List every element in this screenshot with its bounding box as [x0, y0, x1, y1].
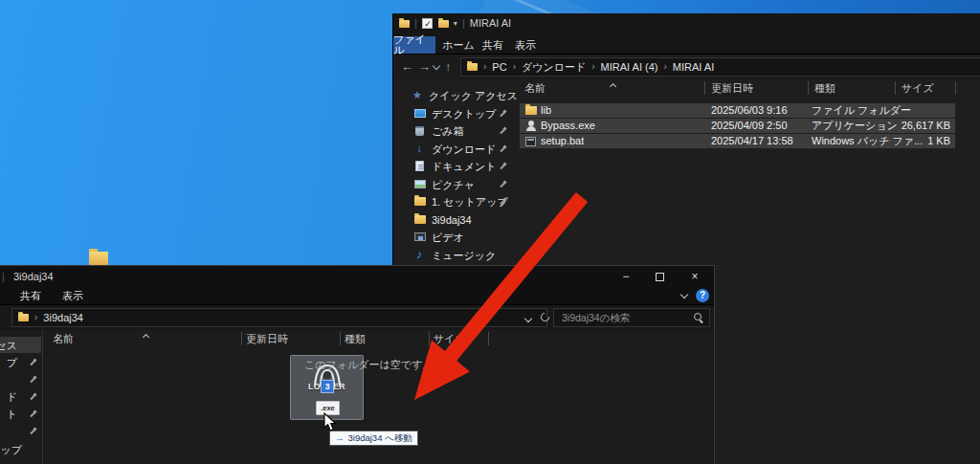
- pin-icon: [499, 162, 507, 170]
- breadcrumb-folder-icon: [18, 314, 29, 321]
- address-bar-row: › 3i9daj34: [0, 305, 714, 330]
- breadcrumb-item-downloads[interactable]: ダウンロード: [522, 62, 586, 73]
- column-header-date[interactable]: 更新日時: [711, 83, 753, 94]
- breadcrumb-separator: ›: [34, 313, 37, 322]
- address-dropdown-chevron-icon[interactable]: [524, 315, 532, 322]
- pin-icon: [29, 427, 37, 435]
- breadcrumb-separator: ›: [483, 62, 486, 72]
- titlebar[interactable]: ▾ MIRAI AI: [393, 13, 980, 36]
- maximize-button[interactable]: [645, 266, 674, 287]
- document-icon: [415, 161, 424, 171]
- sidebar-item-downloads[interactable]: ダウンロード: [393, 142, 518, 158]
- refresh-icon[interactable]: [539, 311, 551, 323]
- drag-tooltip-text: 3i9daj34 へ移動: [348, 432, 412, 443]
- folder-icon: [414, 215, 426, 224]
- tab-file[interactable]: ファイル: [393, 36, 435, 54]
- file-row-setup-bat[interactable]: setup.bat 2025/04/17 13:58 Windows バッチ フ…: [520, 134, 955, 148]
- sidebar-item-downloads[interactable]: ド: [0, 388, 41, 405]
- address-field[interactable]: › PC › ダウンロード › MIRAI AI (4) › MIRAI AI: [460, 57, 980, 77]
- back-icon[interactable]: ←: [401, 60, 413, 73]
- drag-ghost: LOADER 3 .exe: [290, 355, 364, 420]
- sidebar-item-documents[interactable]: ト: [0, 406, 41, 422]
- sidebar-item-setup[interactable]: アップ: [0, 441, 41, 457]
- ribbon-tab-bar: 共有 表示 ?: [0, 287, 714, 305]
- pin-icon: [499, 180, 507, 188]
- folder-icon: [525, 106, 537, 115]
- tab-view[interactable]: 表示: [56, 287, 90, 304]
- folder-icon: [414, 197, 426, 206]
- search-box[interactable]: [553, 308, 710, 327]
- file-list-header: 名前 更新日時 種類 サイズ: [43, 330, 714, 347]
- forward-icon[interactable]: →: [418, 60, 431, 73]
- checkmark-file-icon[interactable]: [422, 18, 433, 29]
- sidebar-item-quick-access[interactable]: クイック アクセス: [393, 88, 518, 104]
- window-title: MIRAI AI: [470, 18, 511, 29]
- sidebar-item-3i9daj34[interactable]: 3i9daj34: [393, 212, 518, 229]
- recent-locations-chevron-icon[interactable]: [433, 62, 440, 70]
- hooded-user-icon: [525, 121, 536, 131]
- sidebar-item-pictures[interactable]: [0, 423, 41, 439]
- breadcrumb-item-pc[interactable]: PC: [492, 62, 506, 73]
- search-icon: [694, 313, 703, 322]
- star-icon: [412, 90, 424, 101]
- sidebar-item-documents[interactable]: ドキュメント: [393, 159, 518, 175]
- sidebar-item-desktop[interactable]: デスクトップ: [393, 106, 518, 122]
- file-row-bypass-exe[interactable]: Bypass.exe 2025/04/09 2:50 アプリケーション 26,6…: [520, 119, 955, 133]
- tab-view[interactable]: 表示: [510, 36, 541, 54]
- titlebar[interactable]: 3i9daj34 − ×: [0, 266, 714, 287]
- breadcrumb-folder-icon: [467, 63, 478, 71]
- breadcrumb-item-mirai-ai-4[interactable]: MIRAI AI (4): [601, 62, 658, 73]
- file-row-lib[interactable]: lib 2025/06/03 9:16 ファイル フォルダー: [520, 103, 955, 118]
- qat-dropdown-arrow-icon[interactable]: ▾: [454, 20, 457, 28]
- download-icon: [414, 144, 426, 155]
- sidebar-item-pictures[interactable]: ピクチャ: [393, 177, 518, 193]
- recycle-bin-icon: [415, 126, 424, 136]
- sidebar-item-quick-access[interactable]: クセス: [0, 337, 41, 353]
- search-input[interactable]: [560, 311, 684, 324]
- maximize-icon: [656, 273, 664, 281]
- separator: [2, 272, 5, 282]
- breadcrumb-separator: ›: [664, 62, 667, 72]
- column-header-name[interactable]: 名前: [524, 83, 546, 94]
- column-header-date[interactable]: 更新日時: [246, 334, 288, 344]
- column-header-size[interactable]: サイズ: [434, 334, 466, 344]
- help-icon[interactable]: ?: [696, 289, 709, 302]
- move-arrow-icon: →: [335, 432, 345, 443]
- tab-share[interactable]: 共有: [478, 36, 508, 54]
- breadcrumb-separator: ›: [591, 62, 594, 72]
- sort-chevron-icon: [143, 334, 149, 341]
- breadcrumb-item-mirai-ai[interactable]: MIRAI AI: [673, 62, 714, 73]
- sidebar-item-music[interactable]: ミュージック: [393, 248, 518, 264]
- breadcrumb-item-3i9daj34[interactable]: 3i9daj34: [43, 313, 83, 323]
- sidebar-item-videos[interactable]: ビデオ: [393, 230, 518, 246]
- breadcrumb-separator: ›: [513, 62, 516, 72]
- sidebar-divider: [42, 330, 43, 464]
- sidebar-item-recycle-bin[interactable]: ごみ箱: [393, 123, 518, 140]
- ribbon-tab-bar: ファイル ホーム 共有 表示: [393, 36, 980, 55]
- drag-count-badge: 3: [321, 380, 334, 393]
- sidebar-item-recycle-bin[interactable]: [0, 371, 41, 387]
- sidebar-item-setup[interactable]: 1. セットアップ: [393, 194, 518, 210]
- folder-icon: [438, 20, 449, 28]
- address-field[interactable]: › 3i9daj34: [11, 308, 547, 327]
- ribbon-collapse-chevron-icon[interactable]: [680, 291, 688, 298]
- column-header-size[interactable]: サイズ: [902, 83, 934, 94]
- close-button[interactable]: ×: [680, 266, 709, 287]
- up-icon[interactable]: ↑: [445, 60, 452, 73]
- address-bar-row: ← → ↑ › PC › ダウンロード › MIRAI AI (4) › MIR…: [393, 55, 980, 79]
- tab-share[interactable]: 共有: [13, 287, 48, 304]
- minimize-button[interactable]: −: [612, 266, 640, 287]
- batch-file-icon: [525, 137, 536, 146]
- video-icon: [414, 232, 426, 241]
- pin-icon: [499, 109, 507, 118]
- sort-chevron-icon: [610, 83, 616, 90]
- mouse-cursor-icon: [323, 412, 338, 432]
- desktop-folder-icon[interactable]: [89, 252, 108, 265]
- sidebar-item-desktop[interactable]: プ: [0, 354, 41, 370]
- pin-icon: [29, 358, 37, 366]
- column-header-type[interactable]: 種類: [814, 83, 835, 94]
- column-header-name[interactable]: 名前: [53, 334, 74, 344]
- tab-home[interactable]: ホーム: [441, 36, 476, 54]
- desktop-icon: [414, 109, 426, 118]
- column-header-type[interactable]: 種類: [345, 334, 366, 344]
